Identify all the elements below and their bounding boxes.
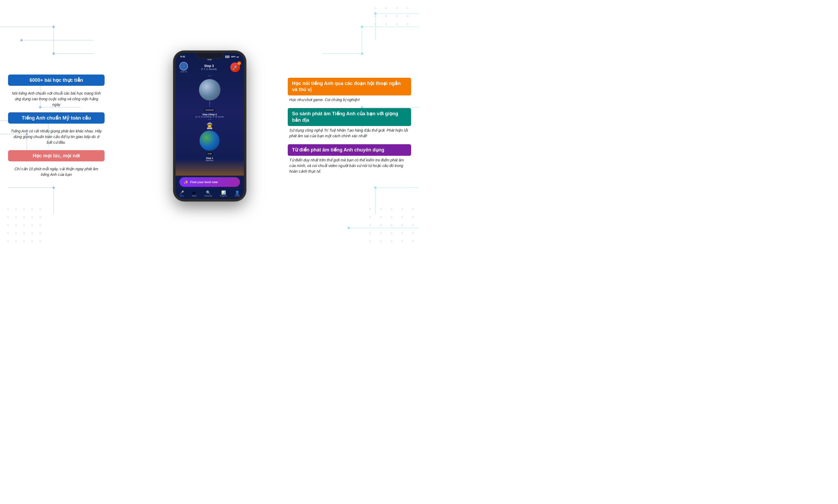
right-feature-dictionary: Từ điển phát âm tiếng Anh chuyên dụng Từ…: [288, 144, 411, 174]
step-title: Step 3 P, T, K Sounds: [201, 64, 217, 71]
feature-box-anytime: Học mọi lúc, mọi nơi: [8, 150, 105, 161]
signal-icon: ▌▌▌: [226, 55, 230, 58]
step-3-planet: [199, 79, 220, 101]
nav-item-topics[interactable]: ▶ Topics: [192, 190, 197, 197]
astronaut-icon: 👨‍🚀: [206, 123, 213, 129]
right-feature-desc-dictionary: Từ điển duy nhất trên thế giới mà bạn có…: [288, 157, 411, 174]
skills-label: Skills: [180, 195, 184, 197]
level-badge: Level 15: [180, 71, 187, 73]
topics-icon: ▶: [193, 190, 196, 195]
right-feature-title-pronunciation: So sánh phát âm Tiếng Anh của bạn với gi…: [288, 108, 411, 126]
wifi-icon: WiFi: [231, 55, 236, 58]
find-level-button[interactable]: ✨ Find your level now: [179, 177, 240, 187]
phone-screen: 9:41 ▌▌▌ WiFi ▬ 0/36 👤 Level 15: [176, 53, 244, 199]
skill-map: ⌃⌃ 0/400/40 Step 2Step 2: [176, 74, 244, 176]
connector-3-2: [210, 102, 210, 107]
step-1-item[interactable]: [199, 130, 220, 151]
battery-icon: ▬: [237, 55, 239, 58]
step-name: Step 3: [201, 64, 217, 68]
status-time: 9:41: [180, 55, 185, 58]
step-2-label: Step 2Step 2: [195, 113, 224, 116]
feature-title-lessons: 6000+ bài học thực tiễn: [30, 77, 83, 83]
sun-glow: [176, 160, 244, 176]
dictionary-icon: 🔍: [206, 190, 211, 195]
feature-title-american: Tiếng Anh chuẩn Mỹ toàn cầu: [22, 115, 91, 121]
scroll-arrows-top: ⌃⌃: [208, 75, 212, 78]
step-3-item[interactable]: [199, 79, 220, 101]
scroll-arrows-mid: ⌃⌃: [208, 119, 212, 122]
user-avatar[interactable]: 👤: [179, 62, 188, 71]
topics-label: Topics: [192, 195, 197, 197]
nav-item-skills[interactable]: 🎤 Skills: [179, 190, 184, 197]
nav-item-progress[interactable]: 📊 Progress: [220, 190, 227, 197]
skills-icon: 🎤: [179, 190, 184, 195]
profile-icon: 👤: [235, 190, 239, 195]
step-1-planet: [199, 130, 220, 151]
step-2-sublabel: /p/, /t/, /k/ sounds/p/, /t/, /k/ sounds: [195, 116, 224, 118]
right-panel: Học nói tiếng Anh qua các đoạn hội thoại…: [280, 0, 419, 252]
step-1-label: Step 1: [206, 157, 213, 160]
right-feature-dialog: Học nói tiếng Anh qua các đoạn hội thoại…: [288, 78, 411, 103]
feature-desc-american: Tiếng Anh có rất nhiều giọng phát âm khá…: [8, 128, 105, 145]
progress-label: Progress: [220, 195, 227, 197]
profile-label: Profile: [235, 195, 240, 197]
phone-notch: [196, 53, 223, 59]
step-2-progress: 0/400/40: [204, 109, 215, 111]
bottom-nav: 🎤 Skills ▶ Topics 🔍 Dictionary 📊 Progres…: [176, 188, 244, 199]
progress-icon: 📊: [221, 190, 226, 195]
phone-frame: 9:41 ▌▌▌ WiFi ▬ 0/36 👤 Level 15: [174, 51, 246, 201]
feature-title-anytime: Học mọi lúc, mọi nơi: [33, 153, 80, 159]
status-right: ▌▌▌ WiFi ▬: [226, 55, 239, 58]
step-subtitle: P, T, K Sounds: [201, 68, 217, 71]
step-1-progress: 0/38: [207, 152, 213, 155]
rocket-button[interactable]: 🚀 21: [230, 62, 240, 72]
right-feature-pronunciation: So sánh phát âm Tiếng Anh của bạn với gi…: [288, 108, 411, 139]
rocket-badge: 21: [237, 61, 241, 65]
feature-box-lessons: 6000+ bài học thực tiễn: [8, 74, 105, 86]
phone-mockup: 9:41 ▌▌▌ WiFi ▬ 0/36 👤 Level 15: [174, 51, 246, 201]
phone-header: 👤 Level 15 Step 3 P, T, K Sounds 🚀 21: [176, 61, 244, 74]
feature-desc-lessons: Nói tiếng Anh chuẩn với chuỗi các bài họ…: [8, 91, 105, 108]
dictionary-label: Dictionary: [204, 195, 212, 197]
right-feature-title-dictionary: Từ điển phát âm tiếng Anh chuyên dụng: [288, 144, 411, 156]
star-sparkle-icon: ✨: [184, 180, 188, 184]
right-feature-title-dialog: Học nói tiếng Anh qua các đoạn hội thoại…: [288, 78, 411, 96]
feature-box-american: Tiếng Anh chuẩn Mỹ toàn cầu: [8, 112, 105, 124]
left-panel: 6000+ bài học thực tiễn Nói tiếng Anh ch…: [0, 0, 113, 252]
find-level-label: Find your level now: [191, 180, 218, 184]
nav-item-profile[interactable]: 👤 Profile: [235, 190, 240, 197]
feature-desc-anytime: Chỉ cần 10 phút mỗi ngày, cải thiện ngay…: [8, 166, 105, 178]
right-feature-desc-pronunciation: Sử dụng công nghệ Trí Tuệ Nhân Tạo hàng …: [288, 128, 411, 139]
nav-item-dictionary[interactable]: 🔍 Dictionary: [204, 190, 212, 197]
right-feature-desc-dialog: Học như chơi game. Coi chừng bị nghiện!: [288, 97, 411, 103]
